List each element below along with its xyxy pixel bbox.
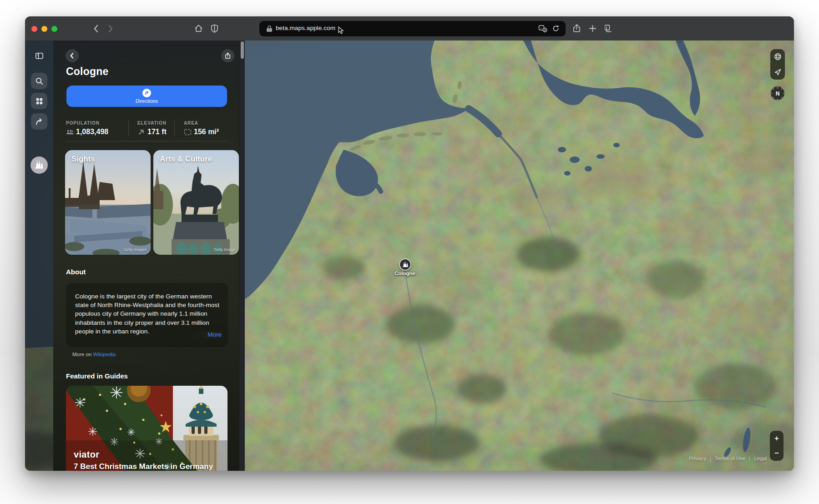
chevron-left-icon xyxy=(69,52,76,59)
guides-grid-button[interactable] xyxy=(31,93,47,109)
stat-population: POPULATION 1,083,498 xyxy=(66,121,128,136)
privacy-link[interactable]: Privacy xyxy=(685,456,710,461)
tabs-icon[interactable] xyxy=(605,24,614,33)
category-card-title: Arts & Culture xyxy=(160,155,212,164)
guides-heading: Featured in Guides xyxy=(66,372,128,380)
plus-icon[interactable] xyxy=(588,24,597,33)
cathedral-marker-icon xyxy=(402,261,409,268)
sidebar-toggle-button[interactable] xyxy=(31,47,47,64)
stat-label: ELEVATION xyxy=(137,121,174,126)
stat-area: AREA 156 mi² xyxy=(174,121,228,136)
browser-window: beta.maps.apple.com ⌐x xyxy=(25,16,794,471)
translate-icon[interactable]: ⌐x xyxy=(538,24,547,33)
share-icon[interactable] xyxy=(572,24,581,33)
stat-value: 156 mi² xyxy=(194,128,219,136)
compass-north-label: N xyxy=(776,91,780,97)
share-location-button[interactable] xyxy=(31,113,47,130)
stat-label: POPULATION xyxy=(66,121,128,126)
close-window-button[interactable] xyxy=(31,26,37,32)
category-card-sights[interactable]: Sights Getty Images xyxy=(65,150,151,255)
sights-photo xyxy=(65,150,151,255)
stat-value: 171 ft xyxy=(147,128,167,136)
svg-text:★: ★ xyxy=(159,418,172,435)
forward-icon[interactable] xyxy=(105,24,115,34)
compass[interactable]: N xyxy=(770,86,785,101)
map-legal-links: Privacy Terms of Use Legal xyxy=(685,456,771,461)
share-place-button[interactable] xyxy=(221,49,234,62)
guide-title: 7 Best Christmas Markets in Germany xyxy=(74,462,213,471)
svg-text:✳: ✳ xyxy=(74,395,86,410)
category-card-arts-culture[interactable]: Arts & Culture Getty Image xyxy=(153,150,239,255)
address-bar[interactable]: beta.maps.apple.com ⌐x xyxy=(259,21,566,36)
svg-text:⌐: ⌐ xyxy=(541,26,543,30)
app-sidebar xyxy=(25,40,53,471)
shield-icon[interactable] xyxy=(210,24,219,33)
map-mode-controls xyxy=(770,49,785,80)
svg-text:✳: ✳ xyxy=(110,386,123,402)
category-cards-row: Sights Getty Images xyxy=(65,150,239,255)
url-text: beta.maps.apple.com xyxy=(276,25,335,31)
wikipedia-link[interactable]: Wikipedia xyxy=(93,352,116,357)
svg-text:✳: ✳ xyxy=(127,427,135,438)
map-marker-label: Cologne xyxy=(378,271,432,276)
back-icon[interactable] xyxy=(91,24,101,34)
globe-icon xyxy=(774,53,782,60)
search-icon xyxy=(35,77,44,86)
map-marker-cologne[interactable] xyxy=(399,258,411,271)
guide-card[interactable]: ✳✳✳ ✳✳✳ ✳✳ ★ viator 7 Best Christmas Mar… xyxy=(66,386,228,471)
arrow-up-right-icon xyxy=(137,129,145,136)
divider xyxy=(66,141,228,141)
legal-link[interactable]: Legal xyxy=(750,456,771,461)
arts-culture-photo xyxy=(153,150,239,255)
stat-label: AREA xyxy=(184,121,228,126)
about-text: Cologne is the largest city of the Germa… xyxy=(75,292,220,336)
about-heading: About xyxy=(66,268,86,276)
photo-credit: Getty Images xyxy=(123,247,147,252)
about-more-link[interactable]: More xyxy=(192,331,222,338)
wikipedia-attribution: More on Wikipedia xyxy=(72,352,116,357)
svg-text:x: x xyxy=(544,29,546,32)
dashed-square-icon xyxy=(184,129,192,136)
terms-link[interactable]: Terms of Use xyxy=(711,456,750,461)
stat-value: 1,083,498 xyxy=(76,128,108,136)
directions-turn-icon xyxy=(142,89,151,97)
globe-button[interactable] xyxy=(770,49,785,65)
place-card-panel: Cologne Directions POPULATION 1,083,498 xyxy=(53,40,239,471)
city-avatar-cathedral-icon xyxy=(34,160,45,171)
category-card-title: Sights xyxy=(71,155,95,164)
mouse-cursor xyxy=(338,26,345,34)
home-icon[interactable] xyxy=(194,24,203,33)
directions-label: Directions xyxy=(136,98,158,104)
attribution-prefix: More on xyxy=(72,352,93,357)
share-icon xyxy=(224,52,231,59)
about-box: Cologne is the largest city of the Germa… xyxy=(66,283,228,347)
stat-elevation: ELEVATION 171 ft xyxy=(128,121,174,136)
lock-icon xyxy=(266,25,273,32)
browser-content: Cologne N + xyxy=(25,40,794,471)
share-arrow-icon xyxy=(35,117,44,126)
panel-scrollbar-thumb[interactable] xyxy=(241,41,244,59)
zoom-out-button[interactable]: − xyxy=(770,446,784,461)
desktop-background: beta.maps.apple.com ⌐x xyxy=(0,0,819,504)
directions-button[interactable]: Directions xyxy=(66,86,227,107)
sidebar-toggle-icon xyxy=(35,51,44,60)
people-icon xyxy=(66,129,74,136)
minimize-window-button[interactable] xyxy=(41,26,47,32)
search-button[interactable] xyxy=(31,73,47,89)
svg-text:✳: ✳ xyxy=(88,425,98,438)
panel-scrollbar-track[interactable] xyxy=(239,40,245,471)
guide-brand-viator-logo: viator xyxy=(74,449,99,460)
photo-credit: Getty Image xyxy=(214,247,235,252)
back-button[interactable] xyxy=(66,49,79,62)
stats-row: POPULATION 1,083,498 ELEVATION 171 ft xyxy=(66,121,228,136)
page-title: Cologne xyxy=(66,66,108,78)
browser-titlebar: beta.maps.apple.com ⌐x xyxy=(25,16,794,41)
fullscreen-window-button[interactable] xyxy=(51,26,57,32)
locate-icon xyxy=(774,68,782,76)
zoom-controls: + − xyxy=(770,431,784,461)
zoom-in-button[interactable]: + xyxy=(770,431,784,446)
reload-icon[interactable] xyxy=(551,24,560,33)
place-avatar[interactable] xyxy=(30,156,48,174)
grid-icon xyxy=(35,97,44,106)
locate-button[interactable] xyxy=(770,65,785,80)
